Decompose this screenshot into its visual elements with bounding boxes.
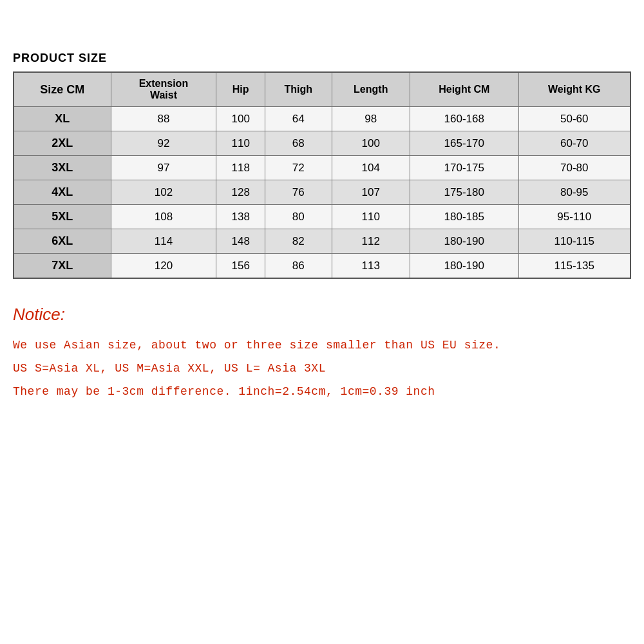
size-table: Size CM ExtensionWaist Hip Thigh Length … xyxy=(13,71,631,279)
col-header-length: Length xyxy=(332,72,410,107)
cell-size: XL xyxy=(14,107,111,131)
cell-height: 170-175 xyxy=(410,156,518,180)
cell-waist: 88 xyxy=(111,107,216,131)
cell-waist: 97 xyxy=(111,156,216,180)
cell-weight: 80-95 xyxy=(518,180,630,205)
col-header-weight: Weight KG xyxy=(518,72,630,107)
col-header-height: Height CM xyxy=(410,72,518,107)
cell-length: 104 xyxy=(332,156,410,180)
cell-thigh: 76 xyxy=(265,180,332,205)
table-row: XL881006498160-16850-60 xyxy=(14,107,630,131)
cell-size: 6XL xyxy=(14,229,111,254)
cell-waist: 102 xyxy=(111,180,216,205)
cell-thigh: 80 xyxy=(265,205,332,229)
cell-waist: 114 xyxy=(111,229,216,254)
cell-hip: 118 xyxy=(216,156,265,180)
cell-length: 107 xyxy=(332,180,410,205)
cell-thigh: 82 xyxy=(265,229,332,254)
cell-waist: 92 xyxy=(111,131,216,156)
cell-height: 180-190 xyxy=(410,254,518,279)
table-body: XL881006498160-16850-602XL9211068100165-… xyxy=(14,107,630,279)
table-row: 4XL10212876107175-18080-95 xyxy=(14,180,630,205)
cell-hip: 156 xyxy=(216,254,265,279)
col-header-hip: Hip xyxy=(216,72,265,107)
notice-line-3: There may be 1-3cm difference. 1inch=2.5… xyxy=(13,380,631,403)
cell-height: 160-168 xyxy=(410,107,518,131)
cell-size: 4XL xyxy=(14,180,111,205)
cell-length: 100 xyxy=(332,131,410,156)
col-header-waist: ExtensionWaist xyxy=(111,72,216,107)
table-row: 5XL10813880110180-18595-110 xyxy=(14,205,630,229)
cell-length: 112 xyxy=(332,229,410,254)
cell-hip: 128 xyxy=(216,180,265,205)
cell-hip: 100 xyxy=(216,107,265,131)
cell-thigh: 72 xyxy=(265,156,332,180)
cell-thigh: 64 xyxy=(265,107,332,131)
cell-size: 3XL xyxy=(14,156,111,180)
cell-weight: 70-80 xyxy=(518,156,630,180)
cell-waist: 108 xyxy=(111,205,216,229)
product-size-title: PRODUCT SIZE xyxy=(13,52,631,65)
cell-length: 110 xyxy=(332,205,410,229)
cell-weight: 50-60 xyxy=(518,107,630,131)
cell-weight: 110-115 xyxy=(518,229,630,254)
cell-hip: 110 xyxy=(216,131,265,156)
cell-weight: 95-110 xyxy=(518,205,630,229)
table-row: 3XL9711872104170-17570-80 xyxy=(14,156,630,180)
cell-length: 98 xyxy=(332,107,410,131)
cell-hip: 148 xyxy=(216,229,265,254)
col-header-thigh: Thigh xyxy=(265,72,332,107)
notice-section: Notice: We use Asian size, about two or … xyxy=(13,305,631,403)
cell-thigh: 86 xyxy=(265,254,332,279)
cell-thigh: 68 xyxy=(265,131,332,156)
col-header-size: Size CM xyxy=(14,72,111,107)
table-row: 7XL12015686113180-190115-135 xyxy=(14,254,630,279)
cell-height: 180-185 xyxy=(410,205,518,229)
main-container: PRODUCT SIZE Size CM ExtensionWaist Hip … xyxy=(13,52,631,403)
table-row: 2XL9211068100165-17060-70 xyxy=(14,131,630,156)
cell-height: 165-170 xyxy=(410,131,518,156)
cell-weight: 60-70 xyxy=(518,131,630,156)
cell-height: 180-190 xyxy=(410,229,518,254)
cell-hip: 138 xyxy=(216,205,265,229)
cell-weight: 115-135 xyxy=(518,254,630,279)
table-header-row: Size CM ExtensionWaist Hip Thigh Length … xyxy=(14,72,630,107)
notice-line-1: We use Asian size, about two or three si… xyxy=(13,334,631,357)
notice-title: Notice: xyxy=(13,305,631,325)
cell-size: 7XL xyxy=(14,254,111,279)
cell-length: 113 xyxy=(332,254,410,279)
cell-size: 2XL xyxy=(14,131,111,156)
cell-waist: 120 xyxy=(111,254,216,279)
notice-line-2: US S=Asia XL, US M=Asia XXL, US L= Asia … xyxy=(13,357,631,380)
cell-height: 175-180 xyxy=(410,180,518,205)
cell-size: 5XL xyxy=(14,205,111,229)
table-row: 6XL11414882112180-190110-115 xyxy=(14,229,630,254)
